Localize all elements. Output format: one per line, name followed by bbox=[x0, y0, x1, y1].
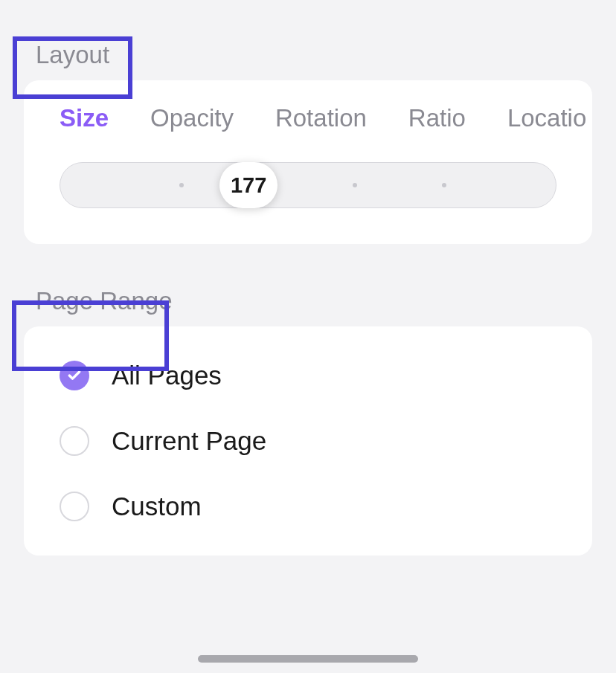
slider-tick-icon bbox=[179, 183, 184, 187]
radio-label: Current Page bbox=[112, 426, 266, 456]
checkmark-icon bbox=[67, 368, 82, 383]
tab-ratio[interactable]: Ratio bbox=[408, 104, 466, 132]
size-slider-thumb[interactable]: 177 bbox=[219, 162, 277, 208]
slider-tick-icon bbox=[353, 183, 357, 187]
radio-option-current-page[interactable]: Current Page bbox=[24, 408, 592, 474]
page-range-section-header: Page Range bbox=[0, 244, 616, 326]
tab-opacity[interactable]: Opacity bbox=[150, 104, 234, 132]
radio-indicator bbox=[60, 361, 89, 390]
tab-location[interactable]: Locatio bbox=[507, 104, 586, 132]
tab-rotation[interactable]: Rotation bbox=[275, 104, 367, 132]
radio-label: All Pages bbox=[112, 361, 222, 390]
tab-size[interactable]: Size bbox=[60, 104, 109, 132]
radio-option-custom[interactable]: Custom bbox=[24, 474, 592, 539]
size-slider-track[interactable]: 177 bbox=[60, 162, 556, 208]
layout-card: Size Opacity Rotation Ratio Locatio 177 bbox=[24, 80, 592, 244]
page-range-card: All Pages Current Page Custom bbox=[24, 326, 592, 556]
layout-section-header: Layout bbox=[0, 0, 616, 80]
home-indicator bbox=[198, 655, 418, 663]
radio-option-all-pages[interactable]: All Pages bbox=[24, 343, 592, 408]
radio-label: Custom bbox=[112, 492, 202, 521]
radio-indicator bbox=[60, 492, 89, 521]
size-slider-container: 177 bbox=[60, 162, 556, 214]
radio-indicator bbox=[60, 426, 89, 456]
layout-tabs: Size Opacity Rotation Ratio Locatio bbox=[24, 80, 592, 132]
slider-tick-icon bbox=[442, 183, 446, 187]
